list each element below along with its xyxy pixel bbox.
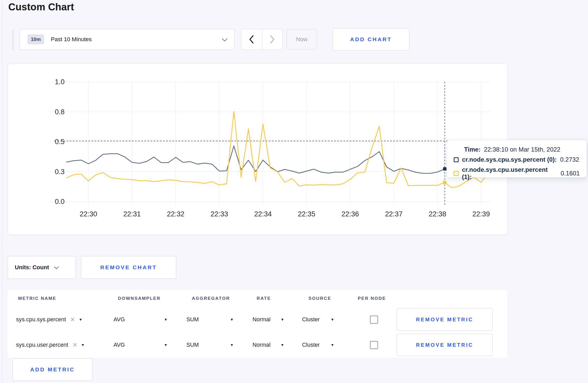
svg-text:0.0: 0.0 — [55, 198, 65, 205]
source-select[interactable]: Cluster ▼ — [302, 342, 334, 348]
chevron-left-icon — [249, 35, 254, 44]
svg-text:0.5: 0.5 — [55, 138, 65, 146]
svg-text:22:39: 22:39 — [472, 210, 490, 218]
page-title: Custom Chart — [8, 2, 74, 13]
dropdown-arrow-icon: ▼ — [331, 317, 334, 322]
chart-card: 1.00.80.50.30.022:3022:3122:3222:3322:34… — [8, 64, 507, 235]
add-metric-button[interactable]: ADD METRIC — [12, 358, 93, 381]
svg-text:22:34: 22:34 — [254, 210, 272, 218]
column-header-source: SOURCE — [296, 296, 342, 301]
rate-value: Normal — [253, 342, 270, 348]
tooltip-series-value: 0.2732 — [560, 156, 579, 163]
svg-text:1.0: 1.0 — [55, 78, 65, 86]
per-node-checkbox[interactable] — [370, 341, 378, 349]
column-header-downsampler: DOWNSAMPLER — [111, 296, 184, 301]
chevron-down-icon — [222, 36, 227, 41]
remove-metric-button[interactable]: REMOVE METRIC — [397, 334, 493, 356]
source-value: Cluster — [302, 342, 320, 348]
svg-text:22:35: 22:35 — [298, 210, 316, 218]
dropdown-arrow-icon: ▼ — [230, 343, 234, 347]
tooltip-time-value: 22:38:10 on Mar 15th, 2022 — [484, 146, 561, 153]
dropdown-arrow-icon[interactable]: ▼ — [79, 317, 82, 322]
metric-name-value: sys.cpu.user.percent — [16, 342, 68, 348]
units-label: Units: Count — [15, 264, 49, 271]
page-left-divider — [2, 0, 3, 383]
clear-metric-icon[interactable]: ✕ — [72, 342, 77, 349]
time-range-badge: 10m — [27, 34, 44, 44]
time-pager — [241, 29, 283, 50]
remove-chart-button[interactable]: REMOVE CHART — [81, 256, 176, 279]
chevron-right-icon — [269, 35, 275, 44]
toolbar-left-divider — [13, 30, 13, 50]
chevron-down-icon — [54, 264, 59, 269]
series-swatch-icon — [454, 157, 459, 162]
dropdown-arrow-icon: ▼ — [281, 317, 284, 322]
add-chart-button[interactable]: ADD CHART — [333, 28, 409, 51]
time-prev-button[interactable] — [241, 29, 262, 49]
tooltip-series-label: cr.node.sys.cpu.sys.percent (0): — [462, 156, 557, 163]
dropdown-arrow-icon: ▼ — [230, 317, 234, 322]
svg-text:22:31: 22:31 — [123, 210, 141, 218]
svg-text:22:37: 22:37 — [385, 210, 403, 218]
clear-metric-icon[interactable]: ✕ — [70, 316, 75, 323]
source-select[interactable]: Cluster ▼ — [302, 316, 334, 323]
svg-text:22:33: 22:33 — [211, 210, 228, 218]
column-header-metric-name: METRIC NAME — [8, 296, 111, 301]
metric-name-select[interactable]: sys.cpu.user.percent ✕ ▼ — [8, 342, 111, 349]
tooltip-time-row: Time: 22:38:10 on Mar 15th, 2022 — [454, 146, 580, 153]
svg-text:22:32: 22:32 — [167, 210, 185, 218]
time-range-dropdown[interactable]: 10m Past 10 Minutes — [19, 29, 235, 50]
metric-row: sys.cpu.user.percent ✕ ▼ AVG ▼ SUM ▼ Nor… — [8, 332, 507, 358]
aggregator-value: SUM — [186, 316, 199, 323]
tooltip-series-row: cr.node.sys.cpu.sys.percent (0): 0.2732 — [454, 156, 580, 163]
svg-text:22:30: 22:30 — [80, 210, 97, 218]
dropdown-arrow-icon: ▼ — [164, 317, 167, 322]
dropdown-arrow-icon: ▼ — [331, 343, 334, 347]
downsampler-value: AVG — [114, 342, 125, 348]
dropdown-arrow-icon: ▼ — [281, 343, 284, 347]
downsampler-select[interactable]: AVG ▼ — [114, 342, 167, 348]
downsampler-value: AVG — [114, 316, 125, 323]
metric-name-select[interactable]: sys.cpu.sys.percent ✕ ▼ — [8, 316, 111, 323]
time-next-button[interactable] — [262, 29, 283, 49]
aggregator-select[interactable]: SUM ▼ — [186, 316, 234, 323]
rate-select[interactable]: Normal ▼ — [253, 342, 284, 348]
column-header-per-node: PER NODE — [342, 296, 397, 301]
aggregator-select[interactable]: SUM ▼ — [186, 342, 234, 348]
series-swatch-icon — [454, 171, 459, 176]
aggregator-value: SUM — [186, 342, 199, 348]
timeseries-chart[interactable]: 1.00.80.50.30.022:3022:3122:3222:3322:34… — [8, 64, 507, 234]
rate-value: Normal — [253, 316, 270, 323]
per-node-checkbox[interactable] — [370, 316, 378, 324]
rate-select[interactable]: Normal ▼ — [253, 316, 284, 323]
remove-metric-button[interactable]: REMOVE METRIC — [397, 308, 493, 331]
downsampler-select[interactable]: AVG ▼ — [114, 316, 167, 323]
tooltip-time-label: Time: — [464, 146, 481, 153]
units-dropdown[interactable]: Units: Count — [8, 256, 76, 279]
now-button[interactable]: Now — [286, 29, 317, 50]
metrics-table-header: METRIC NAME DOWNSAMPLER AGGREGATOR RATE … — [8, 290, 507, 307]
tooltip-series-value: 0.1601 — [561, 170, 580, 177]
tooltip-series-label: cr.node.sys.cpu.user.percent (1): — [462, 166, 557, 181]
source-value: Cluster — [302, 316, 320, 323]
chart-tooltip: Time: 22:38:10 on Mar 15th, 2022 cr.node… — [447, 140, 587, 178]
svg-text:22:38: 22:38 — [429, 210, 446, 218]
custom-chart-page: Custom Chart 10m Past 10 Minutes Now ADD… — [0, 0, 588, 383]
svg-text:0.8: 0.8 — [55, 108, 65, 116]
metric-name-value: sys.cpu.sys.percent — [16, 316, 66, 323]
svg-text:0.3: 0.3 — [55, 168, 65, 176]
dropdown-arrow-icon[interactable]: ▼ — [81, 343, 85, 347]
metric-row: sys.cpu.sys.percent ✕ ▼ AVG ▼ SUM ▼ Norm… — [8, 307, 507, 332]
column-header-rate: RATE — [249, 296, 296, 301]
tooltip-series-row: cr.node.sys.cpu.user.percent (1): 0.1601 — [454, 166, 580, 181]
column-header-aggregator: AGGREGATOR — [184, 296, 249, 301]
svg-text:22:36: 22:36 — [341, 210, 359, 218]
dropdown-arrow-icon: ▼ — [164, 343, 167, 347]
metrics-table: METRIC NAME DOWNSAMPLER AGGREGATOR RATE … — [8, 290, 507, 358]
time-range-label: Past 10 Minutes — [51, 36, 92, 43]
